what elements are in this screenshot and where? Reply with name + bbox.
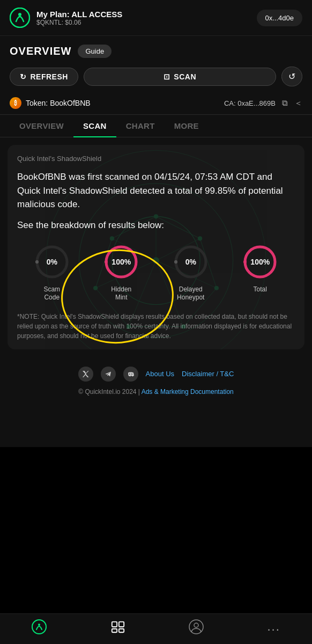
refresh-button[interactable]: ↻ REFRESH — [10, 68, 78, 86]
header-titles: My Plan: ALL ACCESS $QKNTL: $0.06 — [36, 10, 122, 26]
about-us-link[interactable]: About Us — [146, 370, 174, 378]
refresh-icon: ↻ — [20, 72, 27, 81]
main-content: OVERVIEW Guide ↻ REFRESH ⊡ SCAN ↺ ₿ Toke… — [0, 36, 312, 447]
nav-scan[interactable] — [110, 619, 125, 634]
documentation-link[interactable]: Documentation — [190, 388, 234, 396]
scan-nav-icon — [110, 619, 125, 634]
svg-point-5 — [154, 214, 158, 218]
tab-more[interactable]: MORE — [165, 115, 209, 137]
footer-links: About Us Disclaimer / T&C — [0, 357, 312, 386]
metric-hidden-mint: 100% HiddenMint — [102, 243, 140, 302]
donut-value-delayed-honeypot: 0% — [185, 258, 196, 266]
donut-value-total: 100% — [250, 258, 270, 266]
token-row: ₿ Token: BookOfBNB CA: 0xaE...869B ⧉ ＜ — [0, 93, 312, 115]
tab-overview[interactable]: OVERVIEW — [10, 115, 73, 137]
shield-label: Quick Intel's ShadowShield — [17, 155, 295, 163]
overview-header: OVERVIEW Guide — [0, 36, 312, 63]
donut-value-scam-code: 0% — [47, 258, 57, 266]
wallet-button[interactable]: 0x...4d0e — [257, 10, 303, 26]
metric-label-total: Total — [254, 286, 267, 294]
donut-total: 100% — [241, 243, 279, 281]
metric-label-scam-code: ScamCode — [43, 286, 60, 302]
svg-point-40 — [38, 624, 40, 626]
scan-icon: ⊡ — [164, 72, 170, 81]
svg-point-6 — [198, 236, 202, 240]
action-row: ↻ REFRESH ⊡ SCAN ↺ — [0, 63, 312, 93]
guide-button[interactable]: Guide — [78, 45, 112, 58]
donut-scam-code: 0% — [33, 243, 71, 281]
svg-rect-44 — [118, 629, 123, 633]
home-logo-icon — [32, 619, 47, 634]
ads-marketing-link[interactable]: Ads & Marketing — [142, 388, 189, 396]
metric-label-delayed-honeypot: DelayedHoneypot — [177, 286, 204, 302]
svg-rect-42 — [118, 622, 123, 627]
breakdown-text: See the breakdown of results below: — [17, 220, 295, 231]
footer-copy: © QuickIntel.io 2024 | Ads & Marketing D… — [0, 386, 312, 404]
metric-total: 100% Total — [241, 243, 279, 294]
more-icon: ... — [267, 620, 280, 634]
token-ca: CA: 0xaE...869B — [224, 99, 276, 107]
tab-scan[interactable]: SCAN — [73, 115, 116, 137]
svg-point-46 — [194, 623, 198, 627]
metric-delayed-honeypot: 0% DelayedHoneypot — [172, 243, 210, 302]
history-icon: ↺ — [288, 72, 295, 81]
svg-point-1 — [18, 13, 21, 16]
token-name: Token: BookOfBNB — [26, 99, 91, 107]
donut-hidden-mint: 100% — [102, 243, 140, 281]
donut-delayed-honeypot: 0% — [172, 243, 210, 281]
tab-bar: OVERVIEW SCAN CHART MORE — [0, 115, 312, 137]
shadowshield-card: Quick Intel's ShadowShield BookOfBNB was… — [8, 145, 304, 349]
scan-description: BookOfBNB was first scanned on 04/15/24,… — [17, 170, 295, 211]
header-plan: My Plan: ALL ACCESS — [36, 10, 122, 19]
disclaimer-text: *NOTE: Quick Intel's ShadowShield displa… — [17, 312, 295, 341]
x-social-icon[interactable] — [78, 367, 93, 382]
svg-rect-43 — [112, 629, 116, 633]
history-button[interactable]: ↺ — [281, 67, 302, 86]
copy-icon[interactable]: ⧉ — [282, 98, 288, 108]
nav-more[interactable]: ... — [267, 620, 280, 634]
tab-chart[interactable]: CHART — [116, 115, 165, 137]
profile-icon — [189, 619, 204, 634]
donut-value-hidden-mint: 100% — [112, 258, 131, 266]
disclaimer-link[interactable]: Disclaimer / T&C — [182, 370, 234, 378]
svg-point-11 — [110, 236, 114, 240]
app-header: My Plan: ALL ACCESS $QKNTL: $0.06 0x...4… — [0, 0, 312, 36]
bottom-nav: ... — [0, 613, 312, 644]
app-logo-icon — [10, 8, 30, 28]
share-icon[interactable]: ＜ — [294, 98, 302, 108]
metrics-row: 0% ScamCode 100% HiddenMint 0% DelayedHo — [17, 243, 295, 302]
header-left: My Plan: ALL ACCESS $QKNTL: $0.06 — [10, 8, 122, 28]
overview-title: OVERVIEW — [10, 45, 71, 57]
nav-profile[interactable] — [189, 619, 204, 634]
metric-label-hidden-mint: HiddenMint — [111, 286, 131, 302]
metric-scam-code: 0% ScamCode — [33, 243, 71, 302]
svg-rect-41 — [112, 622, 116, 627]
scan-content: Quick Intel's ShadowShield BookOfBNB was… — [0, 137, 312, 357]
telegram-icon[interactable] — [101, 367, 116, 382]
scan-button[interactable]: ⊡ SCAN — [84, 68, 276, 86]
token-right: CA: 0xaE...869B ⧉ ＜ — [224, 98, 302, 108]
nav-home[interactable] — [32, 619, 47, 634]
svg-point-0 — [10, 8, 29, 27]
discord-icon[interactable] — [123, 367, 138, 382]
token-icon: ₿ — [10, 97, 21, 109]
header-price: $QKNTL: $0.06 — [36, 19, 122, 26]
token-left: ₿ Token: BookOfBNB — [10, 97, 91, 109]
